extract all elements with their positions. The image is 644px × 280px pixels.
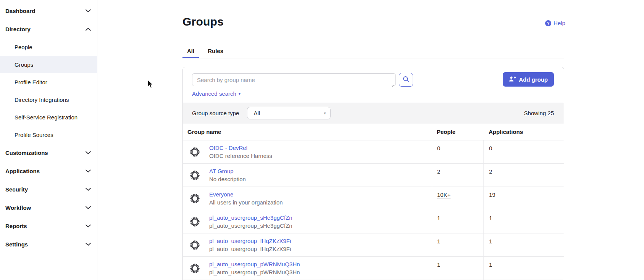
group-description: OIDC reference Harness — [209, 153, 272, 159]
group-name-link[interactable]: pl_auto_usergroup_fHqZKzX9Fi — [209, 238, 291, 244]
sidebar-item-label: Settings — [5, 241, 28, 248]
tab-bar: All Rules — [182, 45, 564, 58]
group-avatar-icon — [190, 240, 200, 250]
column-header-group-name: Group name — [183, 129, 432, 135]
group-description: pl_auto_usergroup_pWRNMuQ3Hn — [209, 269, 300, 275]
applications-count: 1 — [489, 261, 492, 268]
people-count: 1 — [437, 238, 440, 245]
sidebar-item-label: Customizations — [5, 150, 48, 156]
sidebar-item-people[interactable]: People — [0, 38, 97, 56]
chevron-down-icon — [86, 243, 91, 246]
page-title: Groups — [182, 15, 224, 28]
sidebar-item-dashboard[interactable]: Dashboard — [0, 2, 97, 20]
applications-count: 2 — [489, 168, 492, 175]
sidebar-item-label: Directory Integrations — [15, 97, 69, 103]
sidebar-item-profile-editor[interactable]: Profile Editor — [0, 73, 97, 91]
advanced-search-link[interactable]: Advanced search ▾ — [192, 90, 240, 97]
groups-panel: Add group Advanced search ▾ Group source… — [182, 67, 564, 280]
column-header-applications: Applications — [483, 124, 564, 140]
people-count: 1 — [437, 215, 440, 221]
sidebar: Dashboard Directory People Groups Profil… — [0, 0, 97, 280]
sidebar-item-label: People — [15, 44, 32, 50]
sidebar-item-label: Workflow — [5, 204, 31, 211]
table-row: OIDC - DevRel OIDC reference Harness 0 0 — [183, 140, 564, 164]
applications-count: 19 — [489, 191, 496, 198]
group-name-link[interactable]: pl_auto_usergroup_sHe3ggCfZn — [209, 214, 292, 221]
people-count: 1 — [437, 261, 440, 268]
group-name-link[interactable]: Everyone — [209, 191, 283, 198]
search-button[interactable] — [399, 73, 413, 87]
chevron-down-icon — [86, 9, 91, 13]
sidebar-item-applications[interactable]: Applications — [0, 162, 97, 180]
help-link[interactable]: ? Help — [545, 20, 565, 26]
group-avatar-icon — [190, 193, 200, 204]
table-header: Group name People Applications — [183, 124, 564, 140]
chevron-up-icon — [86, 27, 91, 31]
search-icon — [403, 76, 409, 84]
search-section: Add group Advanced search ▾ — [183, 67, 564, 103]
chevron-down-icon — [86, 151, 91, 154]
group-name-link[interactable]: pl_auto_usergroup_pWRNMuQ3Hn — [209, 261, 300, 267]
table-row: pl_auto_usergroup_sHe3ggCfZn pl_auto_use… — [183, 210, 564, 233]
applications-count: 0 — [489, 145, 492, 151]
sidebar-item-reports[interactable]: Reports — [0, 217, 97, 235]
tab-label: Rules — [208, 48, 223, 54]
applications-count: 1 — [489, 215, 492, 221]
group-avatar-icon — [190, 263, 200, 274]
tab-all[interactable]: All — [182, 45, 199, 58]
chevron-down-icon — [86, 169, 91, 173]
people-count[interactable]: 10K+ — [437, 191, 450, 198]
sidebar-item-settings[interactable]: Settings — [0, 235, 97, 253]
search-input[interactable] — [192, 73, 396, 86]
sidebar-item-directory-integrations[interactable]: Directory Integrations — [0, 91, 97, 108]
applications-count: 1 — [489, 238, 492, 245]
filter-bar: Group source type All ▾ Showing 25 — [183, 103, 564, 124]
group-name-link[interactable]: OIDC - DevRel — [209, 145, 272, 151]
sidebar-item-label: Groups — [15, 61, 33, 68]
people-count: 0 — [437, 145, 440, 151]
group-avatar-icon — [190, 217, 200, 227]
sidebar-item-customizations[interactable]: Customizations — [0, 143, 97, 162]
sidebar-item-label: Applications — [5, 168, 40, 174]
group-description: pl_auto_usergroup_sHe3ggCfZn — [209, 222, 292, 229]
help-label: Help — [554, 20, 565, 26]
chevron-down-icon — [86, 224, 91, 228]
showing-count: Showing 25 — [524, 110, 554, 116]
add-group-button[interactable]: Add group — [503, 72, 554, 87]
caret-down-icon: ▾ — [239, 92, 240, 96]
group-description: No description — [209, 176, 246, 182]
add-group-icon — [509, 76, 516, 83]
table-row: Everyone All users in your organization … — [183, 187, 564, 210]
sidebar-item-workflow[interactable]: Workflow — [0, 198, 97, 217]
group-description: pl_auto_usergroup_fHqZKzX9Fi — [209, 246, 291, 252]
help-icon: ? — [545, 20, 551, 26]
sidebar-item-label: Reports — [5, 223, 27, 229]
people-count: 2 — [437, 168, 440, 175]
caret-down-icon: ▾ — [324, 111, 326, 115]
group-source-type-select[interactable]: All ▾ — [247, 107, 331, 119]
tab-rules[interactable]: Rules — [203, 45, 228, 58]
group-avatar-icon — [190, 170, 200, 180]
sidebar-item-groups[interactable]: Groups — [0, 56, 97, 73]
column-header-people: People — [432, 124, 483, 140]
add-group-label: Add group — [519, 76, 548, 83]
sidebar-item-label: Profile Editor — [15, 79, 47, 85]
tab-label: All — [187, 48, 194, 54]
main-content: Groups ? Help All Rules — [97, 0, 644, 280]
sidebar-item-security[interactable]: Security — [0, 180, 97, 198]
sidebar-item-label: Security — [5, 186, 28, 193]
chevron-down-icon — [86, 188, 91, 191]
sidebar-item-label: Profile Sources — [15, 132, 53, 138]
group-name-link[interactable]: AT Group — [209, 168, 246, 174]
table-row: AT Group No description 2 2 — [183, 164, 564, 187]
sidebar-item-directory[interactable]: Directory — [0, 20, 97, 38]
group-description: All users in your organization — [209, 199, 283, 206]
sidebar-item-self-service-registration[interactable]: Self-Service Registration — [0, 108, 97, 126]
sidebar-item-label: Self-Service Registration — [15, 114, 77, 121]
sidebar-item-profile-sources[interactable]: Profile Sources — [0, 126, 97, 143]
table-row: pl_auto_usergroup_fHqZKzX9Fi pl_auto_use… — [183, 233, 564, 257]
sidebar-item-label: Dashboard — [5, 8, 35, 14]
sidebar-item-label: Directory — [5, 26, 31, 32]
chevron-down-icon — [86, 206, 91, 209]
table-row: pl_auto_usergroup_pWRNMuQ3Hn pl_auto_use… — [183, 257, 564, 280]
